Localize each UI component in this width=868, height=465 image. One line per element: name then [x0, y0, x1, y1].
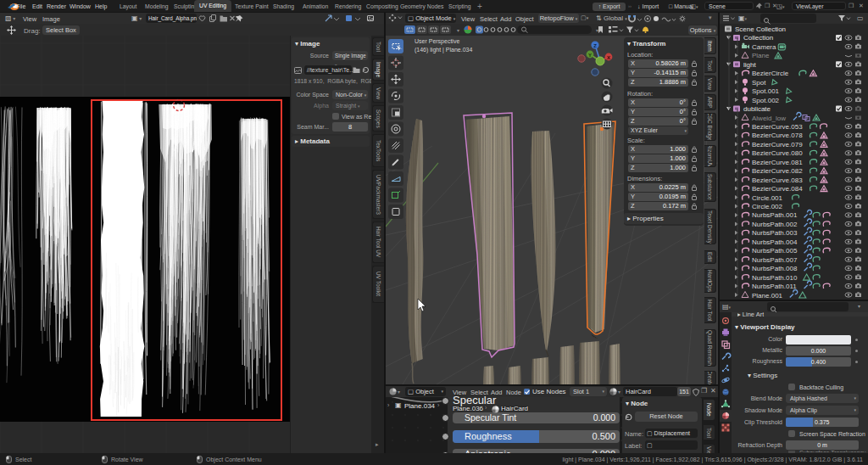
svg-text:X: X	[607, 55, 610, 60]
svg-text:Collection: Collection	[743, 34, 773, 42]
svg-text:▾: ▾	[618, 389, 620, 395]
svg-text:BezierCurve.053: BezierCurve.053	[752, 123, 803, 131]
svg-text:Spot.001: Spot.001	[752, 87, 780, 95]
svg-text:▾: ▾	[457, 28, 459, 33]
svg-text:NurbsPath.010: NurbsPath.010	[752, 274, 798, 282]
svg-text:Alweid_low: Alweid_low	[752, 115, 786, 122]
svg-text:NurbsPath.001: NurbsPath.001	[752, 211, 798, 219]
svg-text:NurbsPath.011: NurbsPath.011	[752, 283, 797, 290]
svg-text:Camera: Camera	[752, 43, 776, 51]
svg-text:NurbsPath.003: NurbsPath.003	[752, 229, 798, 237]
svg-text:Scene Collection: Scene Collection	[735, 25, 786, 33]
svg-text:BezierCurve.084: BezierCurve.084	[752, 185, 803, 193]
svg-text:Plane: Plane	[752, 52, 770, 59]
svg-text:BezierCurve.081: BezierCurve.081	[752, 159, 803, 166]
svg-text:BezierCurve.078: BezierCurve.078	[752, 132, 803, 139]
svg-text:Spot.002: Spot.002	[752, 97, 780, 104]
svg-text:Y: Y	[588, 53, 592, 58]
svg-text:Circle.002: Circle.002	[752, 203, 783, 210]
svg-text:BezierCurve.080: BezierCurve.080	[752, 149, 803, 157]
svg-text:Z: Z	[593, 43, 597, 48]
svg-text:NurbsPath.007: NurbsPath.007	[752, 256, 798, 264]
svg-text:Circle.001: Circle.001	[752, 194, 783, 202]
svg-text:NurbsPath.005: NurbsPath.005	[752, 247, 798, 255]
svg-text:NurbsPath.008: NurbsPath.008	[752, 265, 798, 272]
svg-text:BezierCurve.082: BezierCurve.082	[752, 167, 803, 175]
svg-text:NurbsPath.002: NurbsPath.002	[752, 221, 798, 228]
svg-text:Spot: Spot	[752, 79, 766, 87]
svg-text:Plane.001: Plane.001	[752, 292, 783, 300]
svg-text:BezierCircle: BezierCircle	[752, 70, 789, 77]
svg-text:▾: ▾	[398, 389, 400, 395]
svg-text:BezierCurve.083: BezierCurve.083	[752, 176, 803, 184]
svg-text:NurbsPath.004: NurbsPath.004	[752, 238, 798, 246]
svg-text:dublicate: dublicate	[743, 105, 771, 113]
svg-text:BezierCurve.079: BezierCurve.079	[752, 141, 803, 148]
svg-text:light: light	[743, 61, 756, 69]
